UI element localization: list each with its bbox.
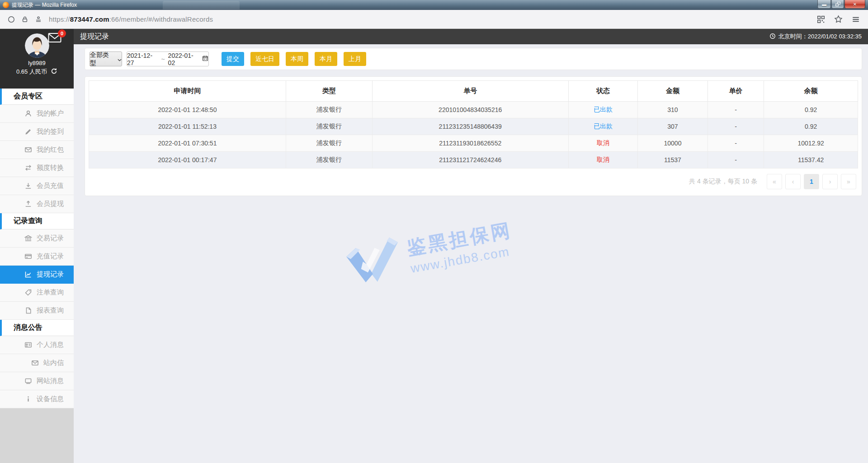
sidebar-item-member-withdraw[interactable]: 会员提现 <box>0 195 74 213</box>
chevron-down-icon <box>118 56 122 63</box>
sidebar-item-label: 我的红包 <box>37 145 64 154</box>
lock-icon[interactable] <box>21 16 28 23</box>
red-packet-envelope-icon <box>24 146 32 154</box>
balance: 0.65 人民币 <box>16 68 47 76</box>
cell-order-no: 211231235148806439 <box>372 118 568 135</box>
table-header-row: 申请时间 类型 单号 状态 金额 单价 余额 <box>89 81 858 102</box>
unread-badge: 0 <box>58 29 66 37</box>
page-title: 提现记录 <box>80 32 109 42</box>
cell-balance: 0.92 <box>764 102 858 118</box>
sidebar-item-deposit-records[interactable]: 充值记录 <box>0 248 74 266</box>
first-page-button[interactable]: « <box>767 174 782 189</box>
sidebar-item-label: 会员提现 <box>37 200 64 208</box>
cell-status: 已出款 <box>568 118 637 135</box>
sidebar-item-label: 报表查询 <box>37 306 64 315</box>
sidebar-item-transaction-records[interactable]: 交易记录 <box>0 229 74 248</box>
tracking-protection-icon[interactable] <box>8 16 15 23</box>
next-page-button[interactable]: › <box>822 174 838 189</box>
url-input[interactable]: https://873447.com:66/member/#/withdrawa… <box>49 15 817 23</box>
tag-icon <box>24 289 32 296</box>
permissions-icon[interactable] <box>35 16 42 23</box>
beijing-time: 北京时间：2022/01/02 03:32:35 <box>778 33 862 41</box>
last-7-days-button[interactable]: 近七日 <box>250 52 279 66</box>
sidebar-item-my-checkin[interactable]: 我的签到 <box>0 123 74 141</box>
cell-amount: 11537 <box>638 152 708 168</box>
maximize-button[interactable] <box>831 0 844 9</box>
upload-icon <box>24 200 32 208</box>
id-card-icon <box>24 341 32 349</box>
close-button[interactable]: ✕ <box>844 0 865 9</box>
sidebar-item-my-redpacket[interactable]: 我的红包 <box>0 141 74 159</box>
menu-hamburger-icon[interactable] <box>852 15 860 23</box>
col-status: 状态 <box>568 81 637 102</box>
bookmark-star-icon[interactable] <box>834 15 843 23</box>
current-page-button[interactable]: 1 <box>804 174 819 189</box>
last-page-button[interactable]: » <box>841 174 856 189</box>
last-month-button[interactable]: 上月 <box>344 52 366 66</box>
sidebar-item-personal-messages[interactable]: 个人消息 <box>0 336 74 354</box>
records-card: 申请时间 类型 单号 状态 金额 单价 余额 2022-01-01 12:48:… <box>85 76 862 196</box>
avatar[interactable] <box>25 33 49 58</box>
restore-icon <box>835 2 840 6</box>
cell-type: 浦发银行 <box>286 118 372 135</box>
sidebar-item-label: 交易记录 <box>37 234 64 243</box>
sidebar-item-label: 充值记录 <box>37 252 64 261</box>
download-icon <box>24 182 32 190</box>
date-range-input[interactable]: 2021-12-27 ~ 2022-01-02 <box>127 51 209 66</box>
col-amount: 金额 <box>638 81 708 102</box>
minimize-button[interactable]: ▬ <box>817 0 831 9</box>
refresh-icon[interactable] <box>51 68 57 76</box>
table-row: 2022-01-01 07:30:51 浦发银行 211231193018626… <box>89 135 858 152</box>
this-week-button[interactable]: 本周 <box>286 52 308 66</box>
cell-balance: 0.92 <box>764 118 858 135</box>
sidebar-item-quota-transfer[interactable]: 额度转换 <box>0 159 74 177</box>
col-type: 类型 <box>286 81 372 102</box>
submit-button[interactable]: 提交 <box>222 52 244 66</box>
cell-status: 已出款 <box>568 102 637 118</box>
sidebar-item-report-query[interactable]: 报表查询 <box>0 302 74 320</box>
qr-code-icon[interactable] <box>817 15 825 23</box>
username: ly8989 <box>0 60 74 66</box>
mail-icon <box>31 359 39 367</box>
this-month-button[interactable]: 本月 <box>315 52 337 66</box>
cell-unit-price: - <box>708 135 764 152</box>
calendar-icon <box>202 55 208 63</box>
cell-order-no: 211231121724624246 <box>372 152 568 168</box>
sidebar-item-site-messages[interactable]: 网站消息 <box>0 372 74 390</box>
sidebar-item-label: 网站消息 <box>37 377 64 385</box>
sidebar-item-site-mail[interactable]: 站内信 <box>0 354 74 372</box>
sidebar-menu: 会员专区 我的帐户 我的签到 我的红包 额度转换 会员充值 <box>0 89 74 408</box>
cell-status: 取消 <box>568 135 637 152</box>
date-end: 2022-01-02 <box>168 52 199 66</box>
exchange-arrows-icon <box>24 164 32 172</box>
cell-amount: 307 <box>638 118 708 135</box>
cell-time: 2022-01-01 00:17:47 <box>89 152 286 168</box>
sidebar-item-member-deposit[interactable]: 会员充值 <box>0 177 74 195</box>
tab-highlight <box>163 1 240 9</box>
type-select[interactable]: 全部类型 <box>90 51 122 66</box>
sidebar-footer-area <box>0 408 74 463</box>
sidebar-item-my-account[interactable]: 我的帐户 <box>0 105 74 123</box>
table-row: 2022-01-01 11:52:13 浦发银行 211231235148806… <box>89 118 858 135</box>
window-titlebar: 提现记录 — Mozilla Firefox ▬ ✕ <box>0 0 868 10</box>
sidebar-item-withdrawal-records[interactable]: 提现记录 <box>0 266 74 284</box>
cell-order-no: 220101004834035216 <box>372 102 568 118</box>
section-records-query: 记录查询 <box>0 213 74 229</box>
cell-time: 2022-01-01 11:52:13 <box>89 118 286 135</box>
pencil-icon <box>24 128 32 136</box>
filter-bar: 全部类型 2021-12-27 ~ 2022-01-02 提交 近七日 本周 本… <box>85 48 862 70</box>
record-count-summary: 共 4 条记录，每页 10 条 <box>689 178 757 186</box>
sidebar-item-device-info[interactable]: 设备信息 <box>0 390 74 408</box>
sidebar-item-bet-query[interactable]: 注单查询 <box>0 284 74 302</box>
cell-type: 浦发银行 <box>286 135 372 152</box>
url-protocol: https:// <box>49 15 70 23</box>
sidebar-item-label: 我的帐户 <box>37 109 64 118</box>
watermark-site-url: www.jhdb8.com <box>410 243 517 276</box>
credit-card-icon <box>24 253 32 260</box>
cell-order-no: 211231193018626552 <box>372 135 568 152</box>
messages-envelope-icon[interactable]: 0 <box>48 33 61 45</box>
site-watermark: 鉴黑担保网 www.jhdb8.com <box>340 203 563 294</box>
col-unit-price: 单价 <box>708 81 764 102</box>
sidebar-item-label: 站内信 <box>43 359 64 367</box>
prev-page-button[interactable]: ‹ <box>785 174 801 189</box>
